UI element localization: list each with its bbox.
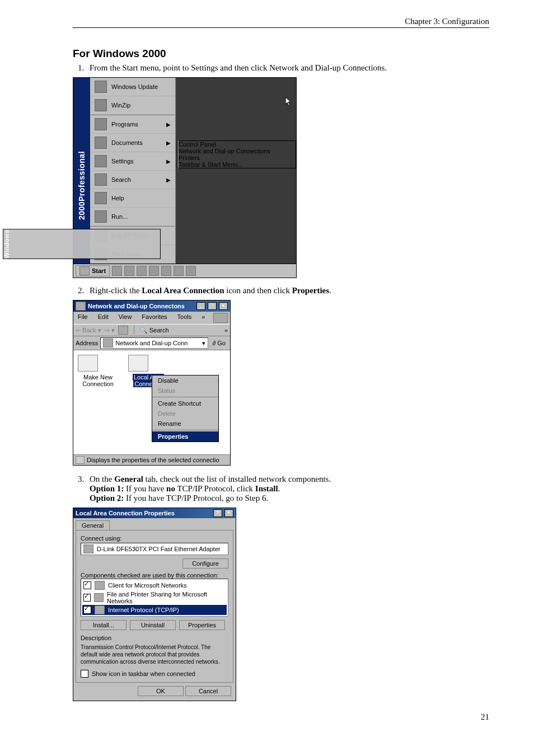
submenu-arrow-icon: ▶	[166, 140, 171, 146]
cursor-icon	[285, 97, 293, 107]
make-new-connection[interactable]: Make New Connection	[78, 355, 118, 450]
ctx-delete: Delete	[152, 408, 218, 419]
menu-more[interactable]: »	[199, 313, 207, 323]
checkbox-icon[interactable]	[83, 606, 91, 614]
sm-run[interactable]: Run...	[90, 208, 175, 226]
ctx-disable[interactable]: Disable	[152, 375, 218, 386]
forward-button[interactable]: ⇨ ▾	[105, 327, 115, 334]
checkbox-icon[interactable]	[81, 670, 88, 678]
windows-flag-icon	[79, 266, 90, 275]
sub-taskbar[interactable]: Taskbar & Start Menu...	[177, 161, 296, 168]
sm-programs[interactable]: Programs▶	[90, 115, 175, 134]
tab-panel: Connect using: D-Link DFE530TX PCI Fast …	[76, 530, 233, 683]
search-button[interactable]: 🔍 Search	[140, 327, 169, 334]
sm-settings[interactable]: Settings▶	[90, 152, 175, 171]
window-content: Make New Connection Local Area Connectio…	[73, 350, 230, 454]
go-button[interactable]: ∂ Go	[210, 340, 228, 346]
tray-icon[interactable]	[149, 266, 159, 276]
search-icon	[95, 173, 107, 186]
up-icon[interactable]	[118, 326, 128, 335]
sm-documents[interactable]: Documents▶	[90, 134, 175, 152]
ok-button[interactable]: OK	[138, 686, 184, 696]
show-icon-row[interactable]: Show icon in taskbar when connected	[81, 670, 228, 678]
sub-control-panel[interactable]: Control Panel	[177, 141, 296, 148]
tray-icon[interactable]	[174, 266, 184, 276]
properties-button[interactable]: Properties	[179, 620, 225, 630]
sm-help[interactable]: Help	[90, 189, 175, 208]
tray-icon[interactable]	[112, 266, 122, 276]
ctx-rename[interactable]: Rename	[152, 419, 218, 429]
adapter-field: D-Link DFE530TX PCI Fast Ethernet Adapte…	[81, 543, 228, 555]
component-fileshare[interactable]: File and Printer Sharing for Microsoft N…	[82, 590, 227, 605]
ctx-create-shortcut[interactable]: Create Shortcut	[152, 398, 218, 408]
submenu-arrow-icon: ▶	[166, 121, 171, 128]
folder-icon	[103, 339, 113, 348]
dialog-titlebar: Local Area Connection Properties ? ×	[73, 508, 236, 518]
menu-file[interactable]: File	[76, 313, 90, 323]
separator	[134, 326, 134, 335]
sub-network-dialup[interactable]: Network and Dial-up Connections	[177, 148, 296, 154]
component-tcpip[interactable]: Internet Protocol (TCP/IP)	[82, 605, 227, 615]
step-1-text: From the Start menu, point to Settings a…	[90, 63, 387, 72]
sm-windows-update[interactable]: Windows Update	[90, 78, 175, 96]
configure-button[interactable]: Configure	[182, 558, 228, 569]
window-icon	[76, 302, 86, 311]
close-button[interactable]: ×	[219, 302, 228, 310]
tray-icon[interactable]	[124, 266, 134, 276]
settings-submenu: Control Panel Network and Dial-up Connec…	[177, 140, 296, 168]
uninstall-button[interactable]: Uninstall	[130, 620, 176, 630]
toolbar-more[interactable]: »	[224, 327, 228, 334]
start-menu-figure: Windows 2000 Professional Windows Update…	[73, 77, 297, 278]
run-icon	[95, 210, 107, 223]
step-3: On the General tab, check out the list o…	[86, 475, 489, 503]
tray-icon[interactable]	[186, 266, 196, 276]
throbber-icon	[213, 313, 228, 323]
sub-printers[interactable]: Printers	[177, 154, 296, 161]
statusbar-icon	[76, 456, 85, 464]
cancel-button[interactable]: Cancel	[185, 686, 231, 696]
start-menu-banner: Windows 2000 Professional	[73, 78, 90, 264]
help-icon	[95, 192, 107, 204]
start-button[interactable]: Start	[76, 265, 110, 276]
tray-icon[interactable]	[161, 266, 171, 276]
dropdown-arrow-icon[interactable]: ▾	[202, 340, 205, 347]
back-button[interactable]: ⇦ Back ▾	[76, 327, 101, 334]
ctx-properties[interactable]: Properties	[152, 431, 218, 442]
protocol-icon	[95, 605, 105, 614]
components-label: Components checked are used by this conn…	[81, 572, 228, 579]
address-bar: Address Network and Dial-up Conn▾ ∂ Go	[73, 336, 230, 350]
lan-properties-dialog: Local Area Connection Properties ? × Gen…	[73, 508, 236, 701]
sm-winzip[interactable]: WinZip	[90, 96, 175, 115]
minimize-button[interactable]: _	[196, 302, 205, 310]
winzip-icon	[95, 99, 107, 111]
connection-icon	[78, 355, 98, 372]
checkbox-icon[interactable]	[83, 581, 91, 589]
close-button[interactable]: ×	[224, 509, 233, 517]
documents-icon	[95, 137, 107, 149]
sm-search[interactable]: Search▶	[90, 171, 175, 189]
install-button[interactable]: Install...	[81, 620, 127, 630]
connect-using-label: Connect using:	[81, 535, 228, 542]
client-icon	[95, 581, 105, 590]
separator	[152, 397, 218, 397]
help-button[interactable]: ?	[213, 509, 222, 517]
context-menu: Disable Status Create Shortcut Delete Re…	[152, 375, 219, 442]
tab-general[interactable]: General	[76, 520, 110, 530]
submenu-arrow-icon: ▶	[166, 158, 171, 165]
menu-edit[interactable]: Edit	[96, 313, 111, 323]
window-title: Network and Dial-up Connectons	[88, 303, 194, 309]
maximize-button[interactable]: □	[208, 302, 217, 310]
taskbar: Start	[73, 264, 297, 278]
status-bar: Displays the properties of the selected …	[73, 454, 230, 465]
menu-tools[interactable]: Tools	[175, 313, 194, 323]
step-2: Right-click the Local Area Connection ic…	[86, 286, 489, 295]
menu-view[interactable]: View	[116, 313, 134, 323]
components-list[interactable]: Client for Microsoft Networks File and P…	[81, 579, 228, 617]
component-client[interactable]: Client for Microsoft Networks	[82, 580, 227, 590]
address-field[interactable]: Network and Dial-up Conn▾	[100, 337, 208, 349]
window-titlebar: Network and Dial-up Connectons _ □ ×	[73, 300, 230, 312]
step-1: From the Start menu, point to Settings a…	[86, 63, 489, 73]
menu-favorites[interactable]: Favorites	[139, 313, 169, 323]
tray-icon[interactable]	[137, 266, 147, 276]
checkbox-icon[interactable]	[83, 594, 91, 602]
